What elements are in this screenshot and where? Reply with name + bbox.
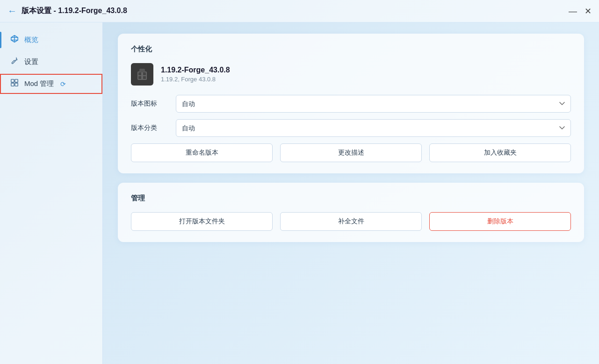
- personalization-button-group: 重命名版本 更改描述 加入收藏夹: [131, 143, 571, 162]
- category-label: 版本分类: [131, 124, 168, 132]
- minimize-button[interactable]: —: [569, 7, 577, 15]
- sidebar-item-overview-label: 概览: [24, 36, 38, 44]
- svg-rect-5: [15, 79, 18, 82]
- add-favorite-button[interactable]: 加入收藏夹: [429, 143, 571, 162]
- sidebar-item-overview[interactable]: 概览: [0, 30, 102, 50]
- delete-version-button[interactable]: 删除版本: [429, 212, 571, 231]
- window-title: 版本设置 - 1.19.2-Forge_43.0.8: [22, 6, 569, 16]
- back-button[interactable]: ←: [7, 6, 17, 16]
- svg-rect-7: [15, 83, 18, 86]
- version-sub: 1.19.2, Forge 43.0.8: [161, 76, 230, 83]
- sidebar-item-settings-label: 设置: [24, 57, 38, 66]
- close-button[interactable]: ✕: [585, 7, 592, 15]
- management-title: 管理: [131, 194, 571, 203]
- category-form-row: 版本分类 自动: [131, 119, 571, 137]
- change-desc-button[interactable]: 更改描述: [280, 143, 422, 162]
- personalization-title: 个性化: [131, 45, 571, 54]
- sidebar-item-settings[interactable]: 设置: [0, 52, 102, 72]
- version-icon: [131, 63, 153, 86]
- management-card: 管理 打开版本文件夹 补全文件 删除版本: [118, 183, 584, 242]
- svg-rect-13: [139, 69, 145, 72]
- svg-rect-11: [138, 76, 141, 79]
- management-button-group: 打开版本文件夹 补全文件 删除版本: [131, 212, 571, 231]
- version-name: 1.19.2-Forge_43.0.8: [161, 66, 230, 74]
- svg-rect-10: [143, 72, 146, 75]
- category-select[interactable]: 自动: [176, 119, 571, 137]
- sidebar-item-mod-label: Mod 管理: [24, 79, 54, 88]
- window-controls: — ✕: [569, 7, 592, 15]
- sidebar: 概览 设置 Mod 管理 ⟳: [0, 22, 103, 364]
- version-text: 1.19.2-Forge_43.0.8 1.19.2, Forge 43.0.8: [161, 66, 230, 83]
- cube-icon: [9, 35, 20, 45]
- refresh-icon[interactable]: ⟳: [60, 80, 66, 88]
- version-info-row: 1.19.2-Forge_43.0.8 1.19.2, Forge 43.0.8: [131, 63, 571, 86]
- svg-rect-4: [11, 79, 14, 82]
- open-folder-button[interactable]: 打开版本文件夹: [131, 212, 273, 231]
- icon-select[interactable]: 自动: [176, 95, 571, 113]
- puzzle-icon: [9, 79, 20, 89]
- sidebar-item-mod-management[interactable]: Mod 管理 ⟳: [0, 74, 102, 94]
- icon-label: 版本图标: [131, 100, 168, 108]
- supplement-files-button[interactable]: 补全文件: [280, 212, 422, 231]
- icon-form-row: 版本图标 自动: [131, 95, 571, 113]
- rename-button[interactable]: 重命名版本: [131, 143, 273, 162]
- wrench-icon: [9, 57, 20, 67]
- svg-rect-6: [11, 83, 14, 86]
- main-layout: 概览 设置 Mod 管理 ⟳: [0, 22, 599, 364]
- svg-rect-9: [138, 72, 141, 75]
- personalization-card: 个性化 1.19.2-Forge_43.0.8 1.19.2, Forge: [118, 34, 584, 173]
- svg-rect-12: [143, 76, 146, 79]
- title-bar: ← 版本设置 - 1.19.2-Forge_43.0.8 — ✕: [0, 0, 599, 22]
- content-area: 个性化 1.19.2-Forge_43.0.8 1.19.2, Forge: [103, 22, 599, 364]
